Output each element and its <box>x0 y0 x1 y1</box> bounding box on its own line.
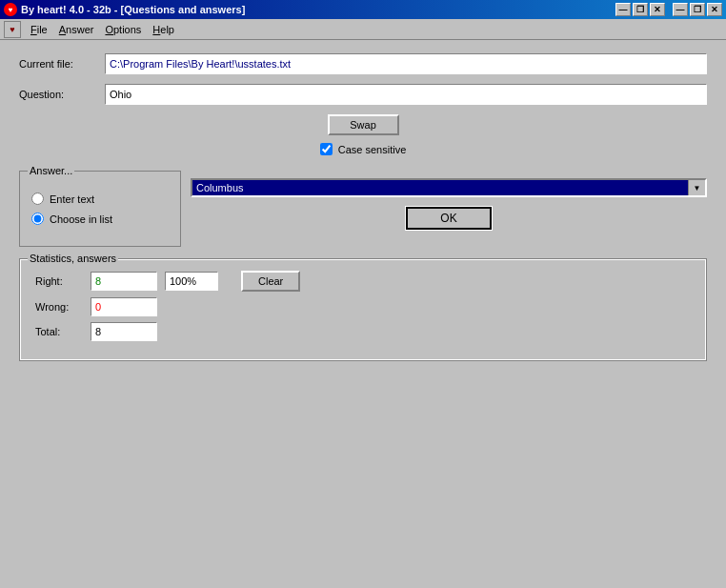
current-file-row: Current file: <box>19 53 707 74</box>
swap-row: Swap <box>19 114 707 135</box>
clear-button-container: Clear <box>241 271 300 292</box>
question-label: Question: <box>19 89 105 100</box>
case-sensitive-row: Case sensitive <box>19 143 707 155</box>
minimize-button[interactable]: — <box>615 3 631 16</box>
title-bar: ♥ By heart! 4.0 - 32b - [Questions and a… <box>0 0 726 19</box>
inner-minimize-button[interactable]: — <box>673 3 688 16</box>
question-input[interactable] <box>105 84 707 105</box>
dropdown-arrow-button[interactable]: ▼ <box>688 180 705 195</box>
answer-group-title: Answer... <box>28 165 74 176</box>
answer-dropdown-container: Columbus ▼ <box>191 178 707 197</box>
clear-button[interactable]: Clear <box>241 271 300 292</box>
swap-button[interactable]: Swap <box>328 114 399 135</box>
menu-bar-icon: ♥ <box>4 21 21 38</box>
inner-restore-button[interactable]: ❐ <box>690 3 705 16</box>
menu-file[interactable]: File <box>25 22 53 37</box>
window-title: By heart! 4.0 - 32b - [Questions and ans… <box>21 4 245 15</box>
enter-text-label: Enter text <box>50 193 94 205</box>
menu-answer[interactable]: Answer <box>53 22 100 37</box>
stats-total-label: Total: <box>35 326 83 337</box>
case-sensitive-label: Case sensitive <box>338 144 407 155</box>
menu-bar: ♥ File Answer Options Help <box>0 19 726 40</box>
ok-row: OK <box>191 207 707 230</box>
case-sensitive-checkbox[interactable] <box>320 143 333 155</box>
inner-close-button[interactable]: ✕ <box>707 3 722 16</box>
stats-right-label: Right: <box>35 275 83 287</box>
stats-right-percent-input[interactable] <box>165 272 218 291</box>
answer-right: Columbus ▼ OK <box>181 171 707 245</box>
stats-right-row: Right: Clear <box>35 271 691 292</box>
close-button[interactable]: ✕ <box>650 3 665 16</box>
stats-total-input[interactable] <box>91 322 157 341</box>
current-file-input[interactable] <box>105 53 707 74</box>
stats-wrong-input[interactable] <box>91 297 157 316</box>
app-icon: ♥ <box>4 3 17 16</box>
answer-section: Answer... Enter text Choose in list Colu… <box>19 171 707 247</box>
enter-text-radio[interactable] <box>31 193 44 205</box>
stats-wrong-label: Wrong: <box>35 301 83 313</box>
statistics-title: Statistics, answers <box>28 253 118 264</box>
choose-list-radio[interactable] <box>31 213 44 225</box>
stats-total-row: Total: <box>35 322 691 341</box>
choose-list-row: Choose in list <box>31 213 169 225</box>
answer-group-box: Answer... Enter text Choose in list <box>19 171 181 247</box>
current-file-label: Current file: <box>19 58 105 70</box>
enter-text-row: Enter text <box>31 193 169 205</box>
menu-options[interactable]: Options <box>99 22 147 37</box>
stats-right-input[interactable] <box>91 272 157 291</box>
ok-button[interactable]: OK <box>406 207 492 230</box>
main-content: Current file: Question: Swap Case sensit… <box>0 40 726 375</box>
choose-list-label: Choose in list <box>50 213 112 225</box>
statistics-group: Statistics, answers Right: Clear Wrong: … <box>19 258 707 361</box>
title-controls: — ❐ ✕ — ❐ ✕ <box>615 3 722 16</box>
question-row: Question: <box>19 84 707 105</box>
answer-dropdown-value[interactable]: Columbus <box>192 180 688 195</box>
restore-button[interactable]: ❐ <box>633 3 648 16</box>
stats-wrong-row: Wrong: <box>35 297 691 316</box>
menu-help[interactable]: Help <box>147 22 180 37</box>
